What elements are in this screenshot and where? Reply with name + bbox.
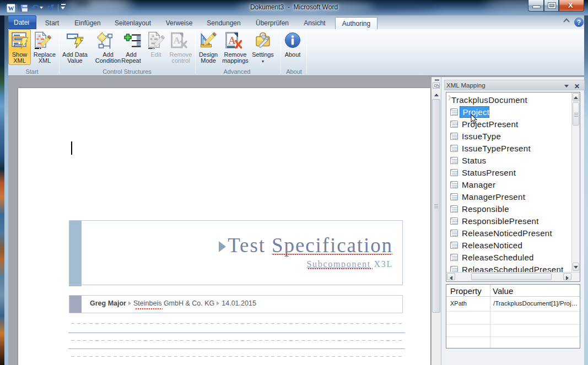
svg-text:A: A — [229, 35, 236, 46]
svg-text:A: A — [174, 35, 181, 46]
